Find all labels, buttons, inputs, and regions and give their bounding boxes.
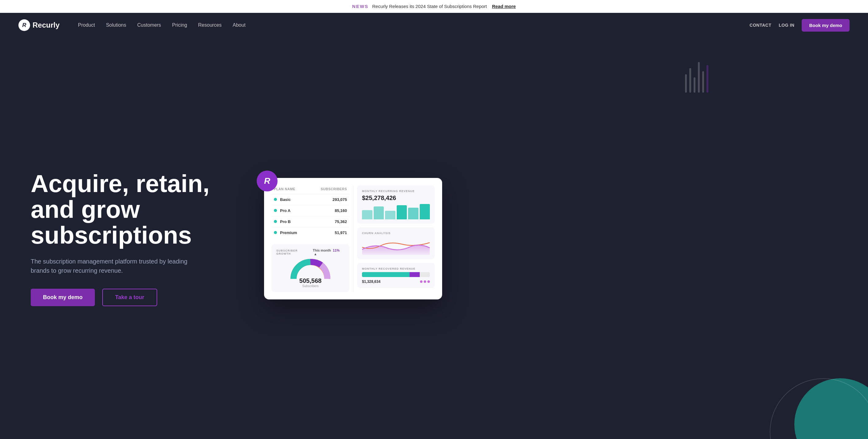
dashboard-right: MONTHLY RECURRING REVENUE $25,278,426 [353, 185, 435, 292]
nav-solutions[interactable]: Solutions [106, 23, 126, 28]
donut-number: 505,568 [299, 277, 321, 284]
book-demo-header-button[interactable]: Book my demo [802, 19, 849, 32]
nav-customers[interactable]: Customers [137, 23, 161, 28]
bar-3 [385, 211, 396, 220]
dashboard-left: PLAN NAME SUBSCRIBERS Basic 293,075 [272, 185, 353, 292]
plan-dot-prob [274, 220, 277, 223]
hero-left: Acquire, retain, and grow subscriptions … [31, 171, 246, 306]
recovered-bar-purple [410, 272, 420, 277]
hero-title: Acquire, retain, and grow subscriptions [31, 171, 246, 248]
logo[interactable]: R Recurly [19, 19, 60, 31]
subs-col-header: SUBSCRIBERS [320, 187, 347, 191]
read-more-link[interactable]: Read more [492, 4, 516, 9]
news-text: Recurly Releases its 2024 State of Subsc… [372, 4, 487, 9]
dot-2 [424, 280, 426, 283]
contact-link[interactable]: CONTACT [749, 23, 771, 28]
mrr-value: $25,278,426 [362, 195, 430, 202]
bg-arc-decoration [770, 378, 868, 439]
mrr-label: MONTHLY RECURRING REVENUE [362, 190, 430, 193]
churn-label: CHURN ANALYSIS [362, 232, 430, 235]
plan-name-proa: Pro A [274, 208, 290, 213]
recovered-bar [362, 272, 430, 277]
donut-chart: 505,568 Subscribers [276, 259, 344, 288]
plan-name-prob: Pro B [274, 220, 291, 224]
dashboard-card: PLAN NAME SUBSCRIBERS Basic 293,075 [264, 178, 442, 299]
donut-center: 505,568 Subscribers [299, 277, 321, 288]
bg-bar-5 [702, 71, 704, 93]
take-tour-button[interactable]: Take a tour [102, 289, 157, 306]
dot-3 [427, 280, 430, 283]
churn-card: CHURN ANALYSIS [357, 227, 435, 259]
header: R Recurly Product Solutions Customers Pr… [0, 13, 868, 37]
hero-buttons: Book my demo Take a tour [31, 289, 246, 306]
hero-right: R PLAN NAME SUBSCRIBERS [264, 178, 442, 299]
recurly-badge: R [257, 171, 278, 192]
nav-pricing[interactable]: Pricing [172, 23, 187, 28]
dot-1 [420, 280, 423, 283]
dashboard-grid: PLAN NAME SUBSCRIBERS Basic 293,075 [272, 185, 435, 292]
bg-bar-1 [685, 74, 687, 93]
plan-table: PLAN NAME SUBSCRIBERS Basic 293,075 [272, 185, 349, 238]
book-demo-button[interactable]: Book my demo [31, 289, 95, 306]
recovered-label: MONTHLY RECOVERED REVENUE [362, 267, 430, 270]
plan-dot-proa [274, 209, 277, 212]
plan-name-premium: Premium [274, 230, 297, 235]
news-label: NEWS [352, 4, 368, 9]
recovered-dots [420, 280, 430, 283]
nav-about[interactable]: About [233, 23, 246, 28]
table-row: Pro B 75,362 [272, 216, 349, 227]
dashboard-inner: PLAN NAME SUBSCRIBERS Basic 293,075 [264, 178, 442, 299]
plan-table-header: PLAN NAME SUBSCRIBERS [272, 185, 349, 194]
mrr-bar-chart [362, 204, 430, 220]
login-link[interactable]: LOG IN [779, 23, 794, 28]
recovered-card: MONTHLY RECOVERED REVENUE $1,328,634 [357, 263, 435, 288]
growth-section: SUBSCRIBER GROWTH This month 11% ▲ [272, 244, 349, 292]
recovered-value: $1,328,634 [362, 279, 380, 284]
bg-bar-6 [707, 65, 708, 93]
plan-dot-premium [274, 231, 277, 234]
plan-dot-basic [274, 198, 277, 201]
logo-text: Recurly [33, 21, 60, 29]
growth-pct: 11% [333, 248, 340, 252]
bar-4 [397, 205, 407, 220]
logo-letter: R [23, 22, 26, 29]
news-banner: NEWS Recurly Releases its 2024 State of … [0, 0, 868, 13]
table-row: Premium 51,971 [272, 227, 349, 238]
recovered-bar-teal [362, 272, 410, 277]
growth-label: SUBSCRIBER GROWTH [276, 249, 313, 255]
logo-icon: R [19, 19, 30, 31]
plan-col-header: PLAN NAME [274, 187, 296, 191]
bg-bars-decoration [685, 62, 708, 93]
nav-product[interactable]: Product [78, 23, 95, 28]
churn-svg [362, 237, 430, 255]
header-right: CONTACT LOG IN Book my demo [749, 19, 849, 32]
bg-bar-2 [689, 68, 691, 93]
bar-2 [374, 206, 384, 220]
table-row: Pro A 85,160 [272, 205, 349, 216]
growth-badge: This month 11% ▲ [313, 248, 344, 256]
hero-subtitle: The subscription management platform tru… [31, 257, 203, 275]
badge-letter: R [264, 176, 270, 186]
plan-name-basic: Basic [274, 197, 291, 202]
bar-6 [420, 204, 430, 220]
mrr-card: MONTHLY RECURRING REVENUE $25,278,426 [357, 185, 435, 224]
donut-sub: Subscribers [299, 284, 321, 288]
bg-bar-4 [698, 62, 700, 93]
bar-5 [408, 208, 418, 220]
recovered-bar-light [420, 272, 430, 277]
recovered-footer: $1,328,634 [362, 279, 430, 284]
churn-chart [362, 237, 430, 255]
main-nav: Product Solutions Customers Pricing Reso… [78, 23, 749, 28]
hero-section: Acquire, retain, and grow subscriptions … [0, 37, 868, 439]
table-row: Basic 293,075 [272, 194, 349, 205]
growth-header: SUBSCRIBER GROWTH This month 11% ▲ [276, 248, 344, 256]
nav-resources[interactable]: Resources [198, 23, 221, 28]
bg-bar-3 [693, 77, 695, 93]
bar-1 [362, 210, 372, 220]
